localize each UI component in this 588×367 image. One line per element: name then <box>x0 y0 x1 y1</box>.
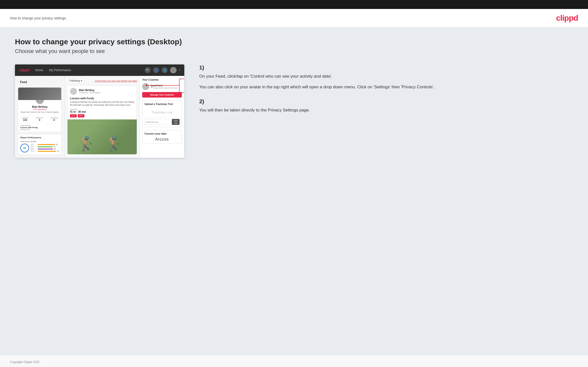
content-columns: clippd Home My Performance 🔍 👤 🌐 ▾ Feed <box>15 64 573 158</box>
user-avatar-nav[interactable] <box>170 67 177 73</box>
latest-name: Lesson with Fordy <box>20 126 59 129</box>
user-card: Blair McHarg Plus Handicap Royal North D… <box>18 87 62 132</box>
location-pin-icon: 📍 <box>151 87 153 89</box>
stat-following: Following 4 <box>50 117 58 121</box>
manage-coaches-button[interactable]: Manage Your Coaches <box>142 92 182 98</box>
app-screenshot: clippd Home My Performance 🔍 👤 🌐 ▾ Feed <box>15 64 184 158</box>
post-description: Looking to feel like my hands are exitin… <box>70 101 134 107</box>
user-club: Royal North Devon Golf Club, United King… <box>20 111 59 113</box>
golfer-figure-2: 🏌️ <box>106 136 123 152</box>
user-subtitle: Plus Handicap <box>20 108 59 110</box>
site-footer: Copyright Clippd 2022 <box>0 355 588 367</box>
coach-name: David Ford <box>151 84 178 87</box>
coach-info: David Ford 📍 Royal North Devon Golf Club <box>151 84 178 89</box>
app-body: Feed Blair McHarg Plus Handicap Royal No… <box>15 76 184 158</box>
privacy-link[interactable]: Control who can see your activity and da… <box>95 80 137 82</box>
trackman-input[interactable] <box>144 119 171 125</box>
instructions-panel: 1) On your Feed, click/tap on 'Control w… <box>194 64 573 122</box>
post-body: Lesson with Fordy Looking to feel like m… <box>67 97 137 119</box>
trackman-section: Upload a Trackman Test Trackman Link Add… <box>142 101 182 127</box>
score-circle: 92 <box>20 144 29 153</box>
avatar-dropdown-icon[interactable]: ▾ <box>179 69 180 71</box>
bar-arg-label: ARG <box>31 148 37 150</box>
footer-copyright: Copyright Clippd 2022 <box>10 360 40 364</box>
post-tags: OTT APP <box>70 114 134 117</box>
location-icon[interactable]: 🌐 <box>162 67 168 73</box>
instruction-2-text: You will then be taken directly to the P… <box>199 107 573 113</box>
instruction-2-number: 2) <box>199 98 573 105</box>
duration-value: 01 hr : 30 min <box>70 110 134 113</box>
page-subtitle: Choose what you want people to see <box>15 48 573 54</box>
coaches-title: Your Coaches <box>142 78 182 81</box>
stat-following-value: 4 <box>50 119 58 121</box>
post-image: 🏌️ 🏌️ <box>67 119 137 154</box>
post-card: Blair McHarg Yesterday · Sunningdale Les… <box>67 86 137 155</box>
breadcrumb: How to change your privacy settings <box>10 16 66 20</box>
feed-tab[interactable]: Feed <box>18 79 62 85</box>
instruction-2: 2) You will then be taken directly to th… <box>199 98 573 113</box>
bar-putt: PUTT 96 <box>31 150 59 152</box>
app-logo: clippd <box>19 68 29 72</box>
app-nav-icons: 🔍 👤 🌐 ▾ <box>145 67 180 73</box>
tag-ott: OTT <box>70 114 77 117</box>
user-stats: Activities 131 Followers 3 Following 4 <box>18 115 61 123</box>
bar-ott-label: OTT <box>31 144 37 145</box>
player-performance-card: Player Performance Total Player Quality … <box>18 134 62 155</box>
search-icon[interactable]: 🔍 <box>145 67 151 73</box>
bar-putt-val: 96 <box>57 150 59 152</box>
bar-ott: OTT 90 <box>31 144 59 145</box>
main-content: How to change your privacy settings (Des… <box>0 28 588 355</box>
connect-title: Connect your data <box>144 132 180 135</box>
duration-label: Duration <box>70 108 134 110</box>
instruction-1-text1: On your Feed, click/tap on 'Control who … <box>199 73 573 80</box>
nav-my-performance[interactable]: My Performance <box>49 68 71 72</box>
following-button[interactable]: Following ▾ <box>67 78 84 83</box>
app-sidebar: Feed Blair McHarg Plus Handicap Royal No… <box>15 76 65 158</box>
coach-club: 📍 Royal North Devon Golf Club <box>151 87 178 89</box>
site-header: How to change your privacy settings clip… <box>0 9 588 28</box>
top-bar <box>0 0 588 9</box>
coach-item: David Ford 📍 Royal North Devon Golf Club <box>142 83 182 90</box>
following-dropdown-icon: ▾ <box>81 79 82 82</box>
coaches-section: Your Coaches David Ford 📍 Royal North De… <box>142 78 182 98</box>
app-right-panel: Your Coaches David Ford 📍 Royal North De… <box>139 76 184 158</box>
stat-followers-value: 3 <box>36 119 43 121</box>
bar-putt-label: PUTT <box>31 150 37 152</box>
user-name: Blair McHarg <box>20 105 59 108</box>
perf-row: 92 OTT 90 APP 85 <box>20 144 59 153</box>
instruction-1-text2: You can also click on your avatar in the… <box>199 84 573 90</box>
trackman-input-row: Add Link <box>144 119 180 125</box>
trackman-title: Upload a Trackman Test <box>144 103 180 105</box>
instruction-1: 1) On your Feed, click/tap on 'Control w… <box>199 64 573 90</box>
add-link-button[interactable]: Add Link <box>172 119 180 125</box>
nav-home[interactable]: Home <box>35 68 43 72</box>
bar-app-label: APP <box>31 146 37 148</box>
stat-followers: Followers 3 <box>36 117 43 121</box>
bar-arg-val: 86 <box>54 148 56 150</box>
clippd-logo: clippd <box>556 13 578 23</box>
latest-date: 03 Aug 2022 <box>20 129 59 130</box>
following-label: Following <box>69 79 80 82</box>
stat-following-label: Following <box>50 117 58 119</box>
post-avatar <box>70 88 77 95</box>
feed-header: Following ▾ Control who can see your act… <box>67 78 137 83</box>
tag-app: APP <box>78 114 84 117</box>
stat-followers-label: Followers <box>36 117 43 119</box>
post-location: Yesterday · Sunningdale <box>79 92 100 94</box>
bar-app-val: 85 <box>54 146 55 148</box>
perf-title: Player Performance <box>20 136 59 139</box>
perf-bars: OTT 90 APP 85 ARG <box>31 144 59 153</box>
latest-label: Latest Activity <box>20 125 59 126</box>
stat-activities: Activities 131 <box>22 117 29 121</box>
bar-arg-fill <box>38 149 53 150</box>
bar-ott-fill <box>38 144 55 145</box>
bar-app: APP 85 <box>31 146 59 148</box>
app-navbar: clippd Home My Performance 🔍 👤 🌐 ▾ <box>15 64 184 76</box>
trackman-placeholder: Trackman Link <box>144 107 180 117</box>
user-icon[interactable]: 👤 <box>153 67 159 73</box>
post-title: Lesson with Fordy <box>70 97 134 100</box>
user-info: Blair McHarg Plus Handicap Royal North D… <box>18 105 61 115</box>
bar-app-fill <box>38 146 53 147</box>
coach-avatar <box>142 83 149 90</box>
golfer-figure-1: 🏌️ <box>78 136 95 152</box>
